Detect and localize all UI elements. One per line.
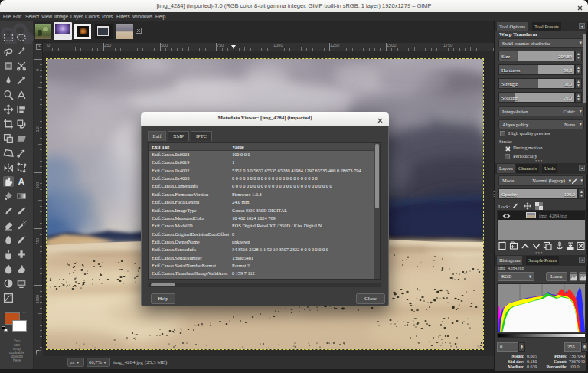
svg-text:A: A	[18, 176, 24, 187]
